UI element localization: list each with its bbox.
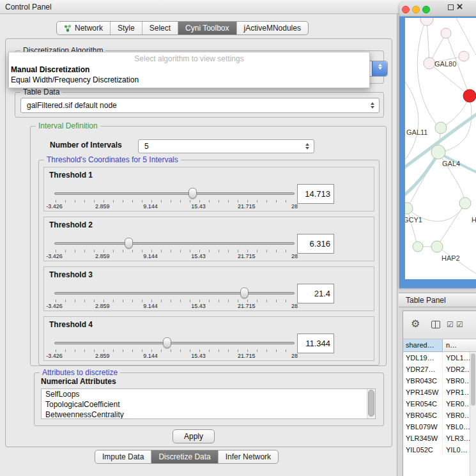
slider-thumb[interactable] (188, 188, 197, 199)
close-panel-icon[interactable]: ✕ (456, 2, 463, 12)
numerical-attributes-label: Numerical Attributes (41, 377, 116, 386)
cell-shared-name[interactable]: YIL052C (403, 444, 443, 456)
node-gal80[interactable] (424, 58, 435, 69)
attributes-list[interactable]: SelfLoops TopologicalCoefficient Between… (41, 388, 376, 419)
threshold-4-slider[interactable]: -3.426 2.859 9.144 15.43 21.715 28 (54, 337, 295, 359)
close-traffic-light[interactable] (402, 6, 410, 13)
table-row[interactable]: YDL19… YDL1… (403, 352, 470, 364)
node-hap2[interactable] (431, 241, 443, 252)
node-selected-red[interactable] (463, 89, 476, 102)
table-row[interactable]: YBL079W YBL0… (403, 421, 470, 433)
node[interactable] (459, 197, 471, 209)
tab-infer-network[interactable]: Infer Network (219, 450, 278, 463)
column-header-name[interactable]: n… (443, 339, 476, 352)
table-scrollbar[interactable] (470, 352, 476, 476)
slider-thumb[interactable] (240, 288, 249, 298)
cell-name[interactable]: YDL1… (443, 352, 470, 364)
cell-name[interactable]: YER0… (443, 398, 470, 410)
table-data-combobox[interactable]: galFiltered.sif default node (20, 98, 380, 113)
network-view-window: GAL80 GAL11 GAL4 GCY1 HAP2 H (399, 1, 476, 288)
threshold-2-label: Threshold 2 (49, 220, 93, 229)
network-canvas[interactable]: GAL80 GAL11 GAL4 GCY1 HAP2 H (405, 18, 476, 279)
attributes-list-scrollbar[interactable] (367, 389, 375, 418)
node[interactable] (441, 28, 451, 38)
cell-shared-name[interactable]: YDL19… (403, 352, 443, 364)
cell-shared-name[interactable]: YBL079W (403, 421, 443, 433)
list-item[interactable]: TopologicalCoefficient (42, 399, 375, 410)
tab-impute-data[interactable]: Impute Data (95, 450, 151, 463)
node[interactable] (413, 242, 423, 252)
select-all-icon[interactable]: ☑ (456, 320, 463, 329)
table-row[interactable]: YLR345W YLR3… (403, 433, 470, 444)
list-item[interactable]: BetweennessCentrality (42, 410, 375, 419)
num-intervals-combobox[interactable]: 5 (138, 139, 314, 153)
threshold-4-value-field[interactable]: 11.344 (297, 334, 334, 353)
cell-shared-name[interactable]: YPR145W (403, 387, 443, 398)
cell-name[interactable]: YBR0… (443, 375, 470, 387)
threshold-3-label: Threshold 3 (49, 270, 93, 279)
control-panel-title: Control Panel (5, 0, 52, 14)
algorithm-option-equal-width[interactable]: Equal Width/Frequency Discretization (9, 75, 369, 85)
slider-thumb[interactable] (163, 337, 171, 348)
column-header-shared-name[interactable]: shared… (403, 339, 443, 352)
node-gal11[interactable] (435, 122, 447, 134)
threshold-3-slider[interactable]: -3.426 2.859 9.144 15.43 21.715 28 (54, 288, 295, 309)
cell-name[interactable]: YLR3… (443, 433, 470, 444)
cell-shared-name[interactable]: YER054C (403, 398, 443, 410)
threshold-2-value-field[interactable]: 6.316 (297, 234, 334, 254)
scrollbar-thumb[interactable] (471, 353, 475, 406)
node-label-gcy1: GCY1 (405, 216, 422, 224)
cell-shared-name[interactable]: YBR045C (403, 410, 443, 421)
cell-name[interactable]: YBR0… (443, 410, 470, 421)
table-row[interactable]: YPR145W YPR1… (403, 387, 470, 398)
threshold-2-slider[interactable]: -3.426 2.859 9.144 15.43 21.715 28 (54, 238, 295, 259)
cell-shared-name[interactable]: YBR043C (403, 375, 443, 387)
combo-arrows-icon (305, 143, 309, 150)
threshold-4-label: Threshold 4 (49, 320, 93, 329)
tab-select[interactable]: Select (142, 22, 178, 35)
tab-jactivemnodules[interactable]: jActiveMNodules (237, 22, 308, 35)
gear-icon[interactable]: ⚙ (411, 318, 420, 330)
table-row[interactable]: YBR045C YBR0… (403, 410, 470, 421)
cell-name[interactable]: YIL0… (443, 444, 470, 456)
scale-label: 15.43 (191, 303, 206, 309)
network-window-titlebar[interactable] (399, 1, 476, 17)
apply-button[interactable]: Apply (173, 429, 215, 443)
algorithm-option-manual[interactable]: Manual Discretization (9, 65, 369, 75)
node[interactable] (420, 18, 433, 26)
slider-track (54, 192, 295, 195)
columns-icon[interactable] (431, 321, 440, 328)
tab-network[interactable]: Network (57, 22, 111, 35)
scrollbar-thumb[interactable] (368, 390, 374, 417)
threshold-1-value-field[interactable]: 14.713 (297, 184, 334, 204)
cell-shared-name[interactable]: YLR345W (403, 433, 443, 444)
select-columns-icon[interactable]: ☑ (447, 320, 454, 329)
zoom-traffic-light[interactable] (422, 6, 430, 13)
combo-stepper-icon[interactable] (372, 61, 387, 76)
minimize-traffic-light[interactable] (412, 6, 420, 13)
threshold-1-slider[interactable]: -3.426 2.859 9.144 15.43 21.715 28 (54, 188, 295, 210)
tab-style[interactable]: Style (111, 22, 142, 35)
table-row[interactable]: YER054C YER0… (403, 398, 470, 410)
tab-cyni-toolbox[interactable]: Cyni Toolbox (178, 22, 236, 35)
cell-name[interactable]: YBL0… (443, 421, 470, 433)
tab-discretize-data[interactable]: Discretize Data (151, 450, 218, 463)
table-row[interactable]: YDR27… YDR2… (403, 364, 470, 375)
slider-scale: -3.426 2.859 9.144 15.43 21.715 28 (54, 203, 295, 210)
table-row[interactable]: YIL052C YIL0… (403, 444, 470, 456)
list-item[interactable]: SelfLoops (42, 389, 375, 399)
slider-thumb[interactable] (125, 238, 133, 249)
node-table-window: ⚙ ☑ ☑ shared… n… YDL19… YDL1… YDR27… YDR… (403, 311, 476, 476)
node-gal4[interactable] (431, 145, 445, 159)
cell-name[interactable]: YPR1… (443, 387, 470, 398)
node[interactable] (459, 51, 469, 61)
float-panel-icon[interactable] (448, 4, 454, 10)
threshold-coords-groupbox: Threshold's Coordinates for 5 Intervals … (38, 160, 380, 365)
scale-label: -3.426 (46, 303, 63, 309)
threshold-3-value-field[interactable]: 21.4 (297, 284, 334, 303)
table-row[interactable]: YBR043C YBR0… (403, 375, 470, 387)
scale-label: 15.43 (191, 353, 206, 359)
cell-name[interactable]: YDR2… (443, 364, 470, 375)
cell-shared-name[interactable]: YDR27… (403, 364, 443, 375)
interval-definition-groupbox: Interval Definition Number of Intervals … (30, 126, 387, 366)
